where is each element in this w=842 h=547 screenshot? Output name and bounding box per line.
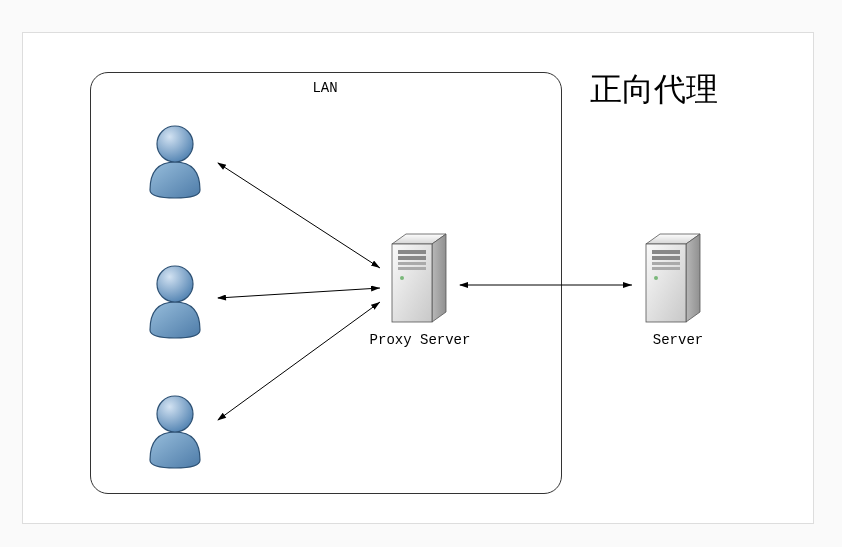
svg-marker-4: [432, 234, 446, 322]
svg-rect-8: [398, 262, 426, 265]
svg-point-10: [400, 276, 404, 280]
svg-rect-17: [652, 267, 680, 270]
svg-rect-16: [652, 262, 680, 265]
svg-rect-5: [392, 244, 432, 322]
svg-rect-6: [398, 250, 426, 254]
svg-point-18: [654, 276, 658, 280]
svg-rect-9: [398, 267, 426, 270]
svg-rect-15: [652, 256, 680, 260]
user-icon: [140, 120, 210, 204]
proxy-server-label: Proxy Server: [365, 332, 475, 348]
svg-point-1: [157, 266, 193, 302]
svg-rect-7: [398, 256, 426, 260]
svg-point-0: [157, 126, 193, 162]
server-label: Server: [648, 332, 708, 348]
proxy-server-icon: [380, 230, 460, 334]
svg-rect-14: [652, 250, 680, 254]
user-icon: [140, 390, 210, 474]
svg-rect-13: [646, 244, 686, 322]
svg-point-2: [157, 396, 193, 432]
svg-marker-12: [686, 234, 700, 322]
lan-label-wrap: LAN: [90, 72, 560, 90]
diagram-title: 正向代理: [590, 68, 718, 112]
lan-label: LAN: [306, 80, 343, 96]
user-icon: [140, 260, 210, 344]
server-icon: [634, 230, 714, 334]
